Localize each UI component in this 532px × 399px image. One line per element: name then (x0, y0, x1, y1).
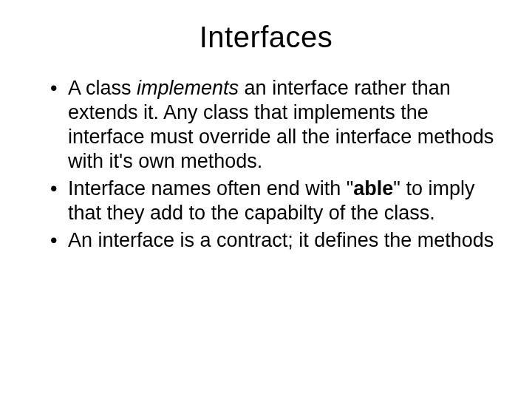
bullet-item: Interface names often end with "able" to… (50, 177, 497, 225)
slide-body: A class implements an interface rather t… (50, 76, 497, 253)
bullet-text-pre: Interface names often end with " (68, 177, 353, 200)
bullet-text-em: able (353, 177, 393, 200)
bullet-item: An interface is a contract; it defines t… (50, 228, 497, 253)
bullet-text-em: implements (137, 77, 239, 99)
bullet-text-pre: An interface is a contract; it defines t… (68, 229, 494, 251)
slide: Interfaces A class implements an interfa… (0, 0, 532, 399)
bullet-text-pre: A class (68, 77, 137, 99)
slide-title: Interfaces (35, 21, 497, 54)
bullet-item: A class implements an interface rather t… (50, 76, 497, 174)
